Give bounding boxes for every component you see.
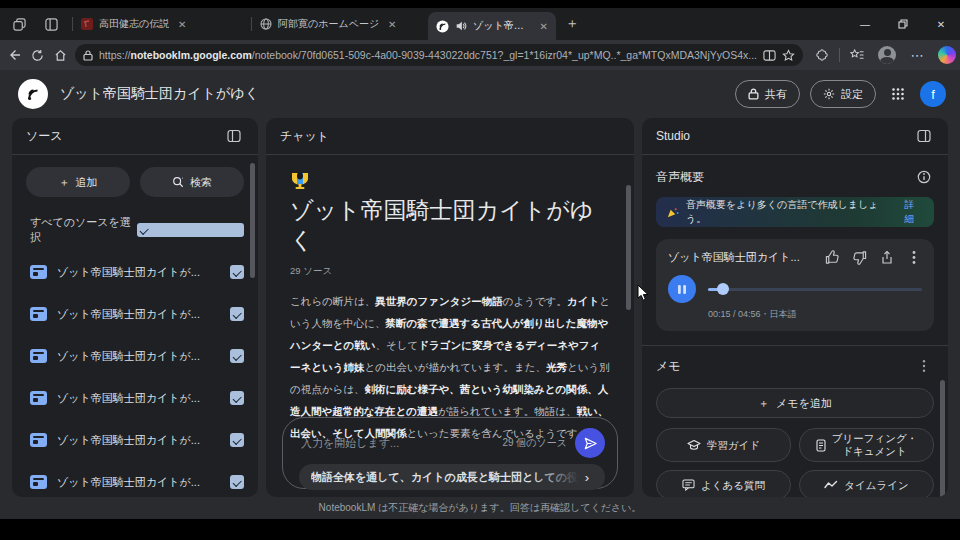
select-all-row: すべてのソースを選択 [30,215,244,245]
minimize-button[interactable]: — [846,8,884,40]
notes-more-icon[interactable] [914,356,934,376]
audio-overview-title: 音声概要 [656,169,914,186]
tab-close-icon[interactable]: ✕ [540,19,548,33]
tab-close-icon[interactable]: ✕ [385,17,399,31]
tab-takada[interactable]: 高田健志の伝説 ✕ [73,11,251,37]
studio-scrollbar[interactable] [940,380,945,497]
section-divider [642,345,948,346]
suggestion-text: 物語全体を通して、カイトの成長と騎士団としての役割はどう [311,470,579,485]
source-checkbox[interactable] [230,307,244,321]
select-all-checkbox[interactable] [137,223,244,237]
profile-avatar-icon[interactable] [874,43,900,67]
chat-header: チャット [266,118,634,155]
banner-detail-link[interactable]: 詳細 [904,198,924,226]
user-avatar[interactable]: f [920,81,946,107]
slider-knob[interactable] [717,283,729,295]
thumbs-up-icon[interactable] [824,249,841,266]
source-checkbox[interactable] [230,349,244,363]
source-checkbox[interactable] [230,265,244,279]
plus-icon: ＋ [758,396,769,411]
source-row[interactable]: ゾット帝国騎士団カイトが... [12,419,258,461]
chat-notebook-title: ゾット帝国騎士団カイトがゆく [290,195,610,255]
url-text[interactable]: https://notebooklm.google.com/notebook/7… [99,49,757,61]
source-list: ゾット帝国騎士団カイトが... ゾット帝国騎士団カイトが... ゾット帝国騎士団… [12,251,258,497]
add-note-button[interactable]: ＋ メモを追加 [656,388,934,418]
more-vert-icon[interactable] [905,249,922,266]
extensions-icon[interactable] [809,43,835,67]
sources-scrollbar[interactable] [250,163,255,278]
briefing-doc-button[interactable]: ブリーフィング・ドキュメント [799,428,934,462]
address-bar[interactable]: https://notebooklm.google.com/notebook/7… [75,44,803,66]
chat-scrollbar[interactable] [626,185,631,310]
thumbs-down-icon[interactable] [851,249,868,266]
chevron-right-icon[interactable]: › [579,469,595,485]
share-icon[interactable] [878,249,895,266]
lock-icon[interactable] [83,50,93,61]
collapse-panel-icon[interactable] [914,126,934,146]
share-label: 共有 [765,87,787,102]
source-row[interactable]: ゾット帝国騎士団カイトが... [12,293,258,335]
send-button[interactable] [575,428,605,458]
source-row[interactable]: ゾット帝国騎士団カイトが... [12,251,258,293]
new-tab-button[interactable]: ＋ [560,12,584,36]
info-icon[interactable] [914,167,934,187]
document-icon [30,433,47,447]
collapse-panel-icon[interactable] [224,126,244,146]
source-checkbox[interactable] [230,433,244,447]
source-row[interactable]: ゾット帝国騎士団カイトが... [12,461,258,497]
settings-more-icon[interactable]: ⋯ [904,43,930,67]
workspaces-icon[interactable] [6,13,32,35]
audio-progress-slider[interactable] [708,288,922,291]
chat-input[interactable] [299,436,494,450]
sources-panel: ソース ＋ 追加 検索 すべてのソースを選択 [12,118,258,497]
home-icon[interactable] [52,43,69,67]
source-checkbox[interactable] [230,475,244,489]
discover-sources-button[interactable]: 検索 [140,167,244,197]
favorite-star-icon[interactable] [782,49,795,62]
action-label: よくある質問 [701,479,765,492]
add-note-label: メモを追加 [776,396,832,411]
briefing-doc-icon [816,439,826,452]
add-source-button[interactable]: ＋ 追加 [26,167,130,197]
favorites-menu-icon[interactable] [844,43,870,67]
pause-button[interactable] [668,275,696,303]
browser-toolbar: https://notebooklm.google.com/notebook/7… [0,40,960,70]
restore-button[interactable] [884,8,922,40]
action-label: 学習ガイド [707,439,760,452]
tab-strip: 高田健志の伝説 ✕ 阿部寛のホームページ ✕ ゾット帝国騎士団カイトがゆく ✕ … [0,8,960,40]
source-row[interactable]: ゾット帝国騎士団カイトが... [12,335,258,377]
tab-close-icon[interactable]: ✕ [175,17,189,31]
suggested-question-chip[interactable]: 物語全体を通して、カイトの成長と騎士団としての役割はどう › [299,464,605,490]
select-all-label: すべてのソースを選択 [30,215,137,245]
audio-time: 00:15 / 04:56・日本語 [708,308,922,321]
settings-button[interactable]: 設定 [810,80,876,108]
tab-audio-icon[interactable] [455,20,467,32]
tab-notebooklm-active[interactable]: ゾット帝国騎士団カイトがゆく ✕ [428,12,556,40]
copilot-icon[interactable] [934,43,960,67]
split-screen-icon[interactable] [763,49,776,62]
source-row[interactable]: ゾット帝国騎士団カイトが... [12,377,258,419]
tab-abe[interactable]: 阿部寛のホームページ ✕ [252,11,428,37]
sources-header: ソース [12,118,258,155]
notebook-title[interactable]: ゾット帝国騎士団カイトがゆく [60,85,259,103]
faq-button[interactable]: よくある質問 [656,470,791,497]
tab-favicon-red [81,18,93,30]
close-window-button[interactable]: ✕ [922,8,960,40]
lock-icon [748,88,759,100]
tab-actions-icon[interactable] [38,13,64,35]
browser-window: 高田健志の伝説 ✕ 阿部寛のホームページ ✕ ゾット帝国騎士団カイトがゆく ✕ … [0,8,960,519]
timeline-button[interactable]: タイムライン [799,470,934,497]
studio-title: Studio [656,129,914,143]
notebooklm-logo[interactable] [18,79,48,109]
refresh-icon[interactable] [29,43,46,67]
gear-icon [823,88,835,100]
source-checkbox[interactable] [230,391,244,405]
sources-actions: ＋ 追加 検索 [26,167,244,197]
share-button[interactable]: 共有 [735,80,800,108]
apps-grid-icon[interactable] [886,82,910,106]
language-banner[interactable]: 音声概要をより多くの言語で作成しましょう。 詳細 [656,197,934,227]
study-guide-button[interactable]: 学習ガイド [656,428,791,462]
window-controls: — ✕ [846,8,960,40]
back-icon[interactable] [6,43,23,67]
action-label: ブリーフィング・ドキュメント [832,432,918,458]
